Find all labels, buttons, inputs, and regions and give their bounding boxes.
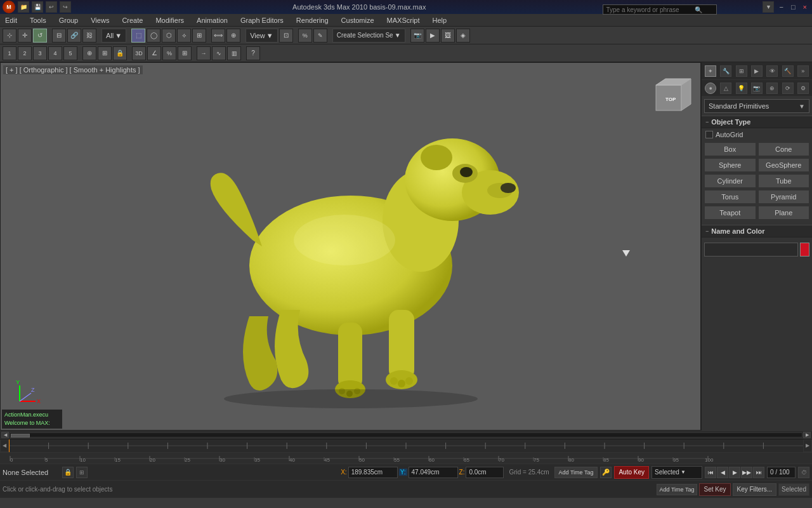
menu-tools[interactable]: Tools [27, 15, 49, 25]
select-lasso-btn[interactable]: ⟡ [177, 29, 191, 43]
auto-key-btn[interactable]: Auto Key [614, 466, 649, 479]
close-btn[interactable]: × [801, 3, 809, 11]
unlink-tool-btn[interactable]: ⛓ [82, 29, 96, 43]
autogrid-checkbox[interactable] [705, 131, 713, 138]
selected-dropdown[interactable]: Selected ▼ [652, 466, 702, 479]
motion-panel-icon[interactable]: ▶ [751, 65, 763, 77]
teapot-btn[interactable]: Teapot [704, 206, 756, 220]
snap-3d-btn[interactable]: 3D [132, 46, 146, 60]
search-bar[interactable]: 🔍 [603, 4, 717, 15]
pyramid-btn[interactable]: Pyramid [758, 190, 810, 204]
object-type-header[interactable]: − Object Type [702, 116, 812, 128]
menu-edit[interactable]: Edit [3, 15, 20, 25]
menu-maxscript[interactable]: MAXScript [384, 15, 422, 25]
viewport[interactable]: [ + ] [ Orthographic ] [ Smooth + Highli… [0, 62, 701, 431]
mirror-btn[interactable]: ⟺ [211, 29, 225, 43]
sub-obj-1-btn[interactable]: 1 [3, 46, 16, 60]
timeline-prev-btn[interactable]: ◀ [0, 439, 9, 452]
track-bar-btn[interactable]: ▥ [227, 46, 241, 60]
tube-btn[interactable]: Tube [758, 174, 810, 188]
edit-named-btn[interactable]: ✎ [313, 29, 327, 43]
helpers-icon[interactable]: ⊕ [766, 83, 778, 94]
object-name-input[interactable] [704, 243, 798, 257]
expand-panel-icon[interactable]: » [797, 65, 809, 77]
scale-tool-btn[interactable]: ⊟ [52, 29, 66, 43]
scroll-right-btn[interactable]: ▶ [803, 432, 811, 438]
lights-icon[interactable]: 💡 [736, 83, 747, 94]
render-setup-btn[interactable]: 📷 [410, 29, 424, 43]
menu-modifiers[interactable]: Modifiers [153, 15, 187, 25]
view-cube[interactable]: TOP [653, 76, 694, 117]
sub-obj-2-btn[interactable]: 2 [18, 46, 32, 60]
filter-dropdown[interactable]: All ▼ [102, 29, 126, 43]
sub-obj-3-btn[interactable]: 3 [33, 46, 47, 60]
add-time-tag-btn[interactable]: Add Time Tag [554, 467, 598, 478]
time-config-btn[interactable]: ⏱ [798, 467, 809, 478]
box-btn[interactable]: Box [704, 142, 756, 156]
menu-group[interactable]: Group [56, 15, 81, 25]
sphere-btn[interactable]: Sphere [704, 158, 756, 172]
sub-obj-5-btn[interactable]: 5 [63, 46, 77, 60]
frame-counter[interactable]: 0 / 100 [767, 467, 796, 478]
snap-toggle-btn[interactable]: 🔒 [113, 46, 127, 60]
modify-panel-icon[interactable]: 🔧 [720, 65, 731, 77]
y-coord-field[interactable]: 47.049cm [409, 467, 458, 478]
menu-animation[interactable]: Animation [194, 15, 230, 25]
menu-graph-editors[interactable]: Graph Editors [238, 15, 286, 25]
param-curve-btn[interactable]: ∿ [212, 46, 226, 60]
key-icon-btn[interactable]: 🔑 [600, 467, 612, 478]
select-circle-btn[interactable]: ◯ [147, 29, 160, 43]
angle-snap-btn[interactable]: ∠ [147, 46, 161, 60]
scroll-left-btn[interactable]: ◀ [1, 432, 9, 438]
rotate-tool-btn[interactable]: ↺ [33, 29, 47, 43]
utilities-panel-icon[interactable]: 🔨 [782, 65, 794, 77]
menu-create[interactable]: Create [119, 15, 145, 25]
select-tool-btn[interactable]: ⊹ [3, 29, 16, 43]
key-filters-btn[interactable]: Key Filters... [733, 483, 777, 496]
spinner-snap-btn[interactable]: ⊞ [178, 46, 192, 60]
set-key-btn[interactable]: Set Key [699, 483, 730, 496]
plane-btn[interactable]: Plane [758, 206, 810, 220]
goto-start-btn[interactable]: ⏮ [705, 467, 716, 478]
search-input[interactable] [606, 6, 695, 13]
minimize-btn[interactable]: − [776, 3, 785, 11]
select-fence-btn[interactable]: ⬡ [162, 29, 176, 43]
color-swatch[interactable] [800, 243, 809, 257]
scroll-track[interactable] [10, 432, 802, 438]
material-editor-btn[interactable]: ◈ [456, 29, 470, 43]
z-coord-field[interactable]: 0.0cm [466, 467, 504, 478]
lock-icon-btn[interactable]: 🔒 [62, 467, 74, 478]
named-selection-btn[interactable]: ⊡ [279, 29, 293, 43]
align-btn[interactable]: ⊕ [226, 29, 240, 43]
view-dropdown[interactable]: View ▼ [246, 29, 278, 43]
cylinder-btn[interactable]: Cylinder [704, 174, 756, 188]
window-controls[interactable]: − □ × [776, 3, 809, 11]
menu-rendering[interactable]: Rendering [294, 15, 331, 25]
add-time-tag-btn2[interactable]: Add Time Tag [657, 484, 698, 495]
maximize-btn[interactable]: □ [789, 3, 798, 11]
prev-frame-btn[interactable]: ◀ [717, 467, 728, 478]
shapes-icon[interactable]: △ [720, 83, 731, 94]
play-btn[interactable]: ▶ [729, 467, 740, 478]
sub-obj-4-btn[interactable]: 4 [48, 46, 62, 60]
cone-btn[interactable]: Cone [758, 142, 810, 156]
display-panel-icon[interactable]: 👁 [766, 65, 778, 77]
menu-views[interactable]: Views [88, 15, 112, 25]
systems-icon[interactable]: ⚙ [797, 83, 809, 94]
render-frame-btn[interactable]: 🖼 [441, 29, 455, 43]
status-size-btn[interactable]: ⊞ [76, 467, 88, 478]
help-btn[interactable]: ? [246, 46, 260, 60]
select-rect-btn[interactable]: ⬚ [131, 29, 145, 43]
primitives-dropdown[interactable]: Standard Primitives ▼ [704, 99, 809, 113]
pct-snap-btn[interactable]: % [298, 29, 312, 43]
geosphere-btn[interactable]: GeoSphere [758, 158, 810, 172]
use-pivot-btn[interactable]: ⊕ [82, 46, 96, 60]
link-tool-btn[interactable]: 🔗 [67, 29, 81, 43]
create-selection-dropdown[interactable]: Create Selection Se ▼ [332, 29, 405, 43]
cameras-icon[interactable]: 📷 [751, 83, 763, 94]
name-color-header[interactable]: − Name and Color [702, 225, 812, 237]
timeline-track[interactable] [9, 439, 803, 452]
set-tangent-btn[interactable]: → [197, 46, 211, 60]
scroll-thumb[interactable] [11, 434, 30, 438]
quick-render-btn[interactable]: ▶ [426, 29, 440, 43]
